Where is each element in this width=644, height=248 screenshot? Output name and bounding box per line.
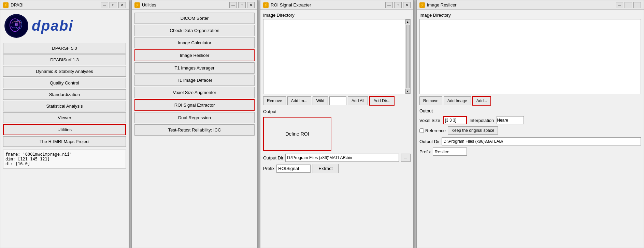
roi-prefix-label: Prefix: [263, 166, 274, 171]
dpabi-window-controls: — □ ✕: [101, 2, 126, 8]
dpabi-minimize-btn[interactable]: —: [101, 2, 108, 8]
scroll-down-arrow[interactable]: ▼: [405, 89, 410, 94]
roi-add-image-btn[interactable]: Add Im...: [287, 96, 311, 105]
roi-app-icon: ⚡: [263, 2, 269, 8]
reslicer-prefix-label: Prefix: [419, 149, 431, 154]
dpabi-statistical-analysis-btn[interactable]: Statistical Analysis: [3, 101, 126, 111]
roi-output-label: Output: [263, 109, 411, 114]
utilities-app-icon: ⚡: [134, 2, 140, 8]
roi-define-roi-label: Define ROI: [285, 131, 309, 137]
console-line-3: dt: [16.0]: [5, 161, 124, 166]
roi-remove-btn[interactable]: Remove: [263, 96, 286, 105]
dpabi-titlebar: ⚡ DPABI — □ ✕: [0, 0, 129, 10]
reslicer-titlebar: ⚡ Image Reslicer —: [417, 0, 644, 10]
utilities-titlebar: ⚡ Utilities — □ ✕: [132, 0, 257, 10]
roi-prefix-row: Prefix Extract: [263, 164, 411, 173]
reslicer-image-dir-box[interactable]: [419, 19, 641, 94]
utilities-minimize-btn[interactable]: —: [229, 2, 237, 8]
dpabi-title: DPABI: [11, 2, 24, 7]
utilities-title: Utilities: [142, 2, 156, 7]
reslicer-output-label: Output: [419, 108, 641, 113]
reslicer-window-controls: —: [616, 2, 641, 8]
reslicer-interpolation-field[interactable]: [497, 116, 524, 124]
console-line-2: dim: [121 145 121]: [5, 157, 124, 161]
utilities-image-calculator-btn[interactable]: Image Calculator: [134, 37, 255, 48]
reslicer-voxel-row: Voxel Size Interpolation: [419, 116, 641, 124]
reslicer-prefix-field[interactable]: [433, 148, 467, 156]
roi-close-btn[interactable]: ✕: [403, 2, 411, 8]
reslicer-output-dir-field[interactable]: [442, 137, 641, 145]
roi-add-dir-btn[interactable]: Add Dir...: [369, 96, 394, 106]
reslicer-voxel-size-input[interactable]: [443, 116, 467, 124]
scroll-up-arrow[interactable]: ▲: [405, 19, 410, 24]
roi-wild-input[interactable]: [329, 96, 346, 105]
reslicer-window: ⚡ Image Reslicer — Image Directory Remov…: [416, 0, 644, 248]
roi-output-dir-row: Output Dir ...: [263, 154, 411, 162]
reslicer-output-dir-row: Output Dir: [419, 137, 641, 145]
dpabi-quality-control-btn[interactable]: Quality Control: [3, 78, 126, 88]
dpabi-dpabisurf-btn[interactable]: DPABISurf 1.3: [3, 55, 126, 65]
dpabi-logo-area: dpabi: [0, 10, 129, 42]
roi-output-dir-field[interactable]: [285, 154, 399, 162]
reslicer-image-dir-label: Image Directory: [419, 13, 641, 18]
dpabi-rfmri-maps-btn[interactable]: The R-fMRI Maps Project: [3, 136, 126, 147]
reslicer-content: Image Directory Remove Add Image Add... …: [417, 10, 644, 158]
roi-define-roi-btn[interactable]: Define ROI: [263, 117, 331, 151]
utilities-test-retest-btn[interactable]: Test-Retest Reliability: ICC: [134, 124, 255, 136]
roi-browse-btn[interactable]: ...: [401, 154, 411, 162]
roi-content: Image Directory ▲ ▼ Remove Add Im... Wil…: [260, 10, 413, 176]
console-line-1: fname: '0001mwc1mprage.nii': [5, 152, 124, 157]
reslicer-close-btn[interactable]: [633, 2, 641, 8]
reslicer-reference-row: Reference Keep the original space: [419, 126, 641, 135]
roi-image-buttons: Remove Add Im... Wild Add All Add Dir...: [263, 96, 411, 106]
dpabi-window: ⚡ DPABI — □ ✕ dpabi DPARSF 5.0 DPABISurf…: [0, 0, 129, 248]
roi-titlebar: ⚡ ROI Signal Extracter — □ ✕: [260, 0, 413, 10]
reslicer-reference-checkbox[interactable]: [419, 128, 424, 133]
utilities-window-controls: — □ ✕: [229, 2, 255, 8]
utilities-check-data-btn[interactable]: Check Data Organization: [134, 25, 255, 36]
reslicer-output-dir-label: Output Dir: [419, 139, 440, 144]
dpabi-console: fname: '0001mwc1mprage.nii' dim: [121 14…: [3, 150, 126, 169]
utilities-window: ⚡ Utilities — □ ✕ DICOM Sorter Check Dat…: [131, 0, 258, 248]
scroll-thumb[interactable]: [406, 25, 410, 88]
roi-scrollbar[interactable]: ▲ ▼: [405, 19, 410, 94]
reslicer-keep-space-btn[interactable]: Keep the original space: [448, 126, 498, 135]
reslicer-prefix-row: Prefix: [419, 148, 641, 156]
utilities-dual-regression-btn[interactable]: Dual Regression: [134, 112, 255, 123]
utilities-dicom-sorter-btn[interactable]: DICOM Sorter: [134, 13, 255, 24]
dpabi-maximize-btn[interactable]: □: [110, 2, 117, 8]
utilities-t1-averager-btn[interactable]: T1 Images Averager: [134, 62, 255, 74]
reslicer-add-btn[interactable]: Add...: [472, 96, 491, 106]
utilities-maximize-btn[interactable]: □: [238, 2, 246, 8]
reslicer-reference-checkbox-area: Reference: [419, 128, 446, 133]
roi-minimize-btn[interactable]: —: [385, 2, 393, 8]
reslicer-remove-btn[interactable]: Remove: [419, 96, 442, 105]
roi-title: ROI Signal Extracter: [271, 2, 311, 7]
reslicer-app-icon: ⚡: [419, 2, 425, 8]
reslicer-maximize-btn[interactable]: [625, 2, 632, 8]
utilities-roi-signal-extractor-btn[interactable]: ROI Signal Extractor: [134, 99, 255, 111]
roi-window-controls: — □ ✕: [385, 2, 411, 8]
dpabi-dparsf-btn[interactable]: DPARSF 5.0: [3, 43, 126, 53]
roi-prefix-field[interactable]: [276, 165, 311, 173]
roi-image-dir-label: Image Directory: [263, 13, 411, 18]
utilities-close-btn[interactable]: ✕: [247, 2, 255, 8]
roi-signal-window: ⚡ ROI Signal Extracter — □ ✕ Image Direc…: [260, 0, 414, 248]
roi-maximize-btn[interactable]: □: [394, 2, 402, 8]
roi-extract-btn[interactable]: Extract: [313, 164, 338, 173]
roi-add-all-btn[interactable]: Add All: [348, 96, 368, 105]
roi-output-dir-label: Output Dir: [263, 155, 283, 160]
roi-output-section: Output Define ROI: [263, 109, 411, 151]
reslicer-add-image-btn[interactable]: Add Image: [444, 96, 471, 105]
dpabi-close-btn[interactable]: ✕: [118, 2, 126, 8]
dpabi-standardization-btn[interactable]: Standardization: [3, 89, 126, 100]
reslicer-minimize-btn[interactable]: —: [616, 2, 623, 8]
dpabi-dynamic-stability-btn[interactable]: Dynamic & Stability Analyses: [3, 66, 126, 77]
dpabi-viewer-btn[interactable]: Viewer: [3, 112, 126, 123]
utilities-t1-defacer-btn[interactable]: T1 Image Defacer: [134, 75, 255, 86]
roi-wild-btn[interactable]: Wild: [313, 96, 328, 105]
roi-image-dir-box[interactable]: ▲ ▼: [263, 19, 411, 94]
utilities-voxel-augmentor-btn[interactable]: Voxel Size Augmentor: [134, 87, 255, 98]
utilities-image-reslicer-btn[interactable]: Image Reslicer: [134, 49, 255, 61]
dpabi-utilities-btn[interactable]: Utilities: [3, 124, 126, 135]
